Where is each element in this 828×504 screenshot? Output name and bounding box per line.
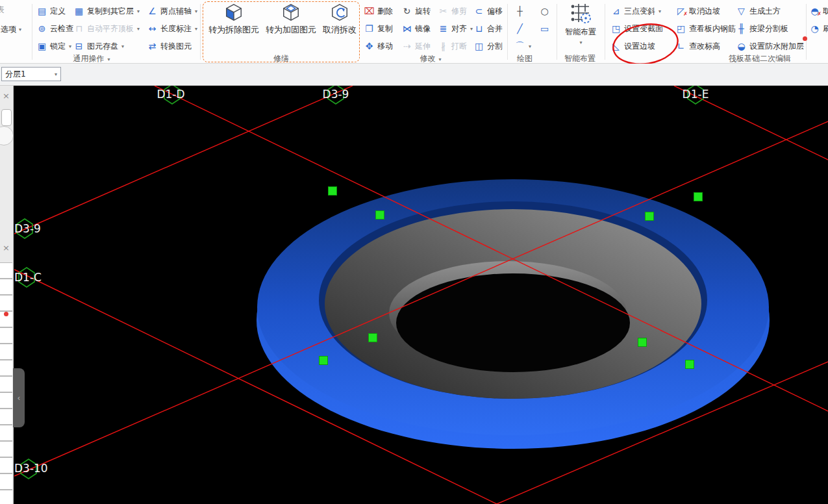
chevron-down-icon: ▾ <box>529 44 531 49</box>
viewport-3d[interactable]: D1-D D3-9 D1-E D3-9 D1-C D3-10 <box>0 86 828 504</box>
chevron-down-icon: ▾ <box>470 26 473 32</box>
offset-button[interactable]: ⊂ 偏移 <box>473 3 503 19</box>
group-label-common[interactable]: 通用操作 ▾ <box>43 53 140 64</box>
mirror-button[interactable]: ⋈ 镜像 <box>401 21 431 36</box>
split-icon: ◫ <box>473 42 484 51</box>
trim-button: ✂ 修剪 <box>438 3 467 19</box>
check-edit-elevation-button[interactable]: ∟ 查改标高 <box>675 38 720 54</box>
set-side-slope-button[interactable]: ◺ 设置边坡 <box>610 38 655 54</box>
clipped-left-label: 表 <box>0 5 5 16</box>
set-waterproof-layer-button[interactable]: ◒ 设置防水附加层 <box>736 38 804 54</box>
rotate-button[interactable]: ↻ 旋转 <box>401 3 431 19</box>
length-dimension-button[interactable]: ↔ 长度标注 ▾ <box>147 21 197 36</box>
three-point-slope-button[interactable]: ⊿ 三点变斜 ▾ <box>610 3 661 19</box>
point-tool-button[interactable]: ┼ <box>514 3 525 19</box>
split-slab-by-beam-button[interactable]: ╫ 按梁分割板 <box>736 21 788 36</box>
copy-to-other-layer-label: 复制到其它层 <box>87 6 134 17</box>
grip-handle[interactable] <box>320 357 328 365</box>
convert-icon: ⇄ <box>147 42 158 51</box>
smart-layout-button[interactable]: 智能布置 ▾ <box>558 3 603 45</box>
align-button[interactable]: ≣ 对齐 ▾ <box>438 21 473 36</box>
line-icon: ╱ <box>514 24 525 33</box>
chevron-down-icon: ▾ <box>137 26 140 32</box>
define-button[interactable]: ▤ 定义 <box>36 3 66 19</box>
offset-label: 偏移 <box>487 6 503 17</box>
scissors-icon: ✂ <box>438 6 449 16</box>
arc-tool-button[interactable]: ⌒ ▾ <box>514 38 531 54</box>
grip-handle[interactable] <box>638 338 647 347</box>
grip-handle[interactable] <box>646 212 654 221</box>
grip-handle[interactable] <box>369 334 377 342</box>
convert-element-button[interactable]: ⇄ 转换图元 <box>147 38 192 54</box>
lock-label: 锁定 <box>50 41 66 52</box>
center-hole[interactable] <box>396 273 630 372</box>
line-tool-button[interactable]: ╱ <box>514 21 525 36</box>
convert-to-demolish-label: 转为拆除图元 <box>208 24 259 36</box>
split-button[interactable]: ◫ 分割 <box>473 38 503 54</box>
align-slab-icon: ⊓ <box>73 24 84 33</box>
element-save-button[interactable]: ⊟ 图元存盘 ▾ <box>73 38 124 54</box>
rect-tool-button[interactable]: ▭ <box>539 21 550 36</box>
copy-to-other-layer-button[interactable]: ▦ 复制到其它层 ▾ <box>73 3 140 19</box>
clipped-panel-button[interactable] <box>1 109 12 126</box>
two-point-aux-axis-button[interactable]: ∠ 两点辅轴 ▾ <box>147 3 197 19</box>
cancel-demolish-modify-button[interactable]: 取消拆改 <box>321 3 358 36</box>
break-label: 打断 <box>451 41 467 52</box>
grip-handle[interactable] <box>329 187 337 195</box>
layer-select[interactable]: 分层1 ▾ <box>1 67 61 81</box>
chevron-down-icon: ▾ <box>659 8 661 14</box>
delete-button[interactable]: ⌧ 删除 <box>364 3 393 19</box>
align-icon: ≣ <box>438 24 449 33</box>
waterproof-refresh-icon: ◔ <box>809 24 820 33</box>
smart-layout-label: 智能布置 <box>565 27 596 38</box>
group-separator <box>32 4 32 60</box>
group-label-modify[interactable]: 修改 ▾ <box>398 53 463 64</box>
earthwork-icon: ▽ <box>736 6 747 16</box>
grip-handle[interactable] <box>694 193 703 201</box>
move-button[interactable]: ✥ 移动 <box>364 38 393 54</box>
generate-earthwork-button[interactable]: ▽ 生成土方 <box>736 3 781 19</box>
circle-tool-button[interactable]: ○ <box>539 3 550 19</box>
set-variable-section-button[interactable]: ◳ 设置变截面 <box>610 21 663 36</box>
copy-label: 复制 <box>377 23 393 34</box>
group-label-renovation[interactable]: 修缮 <box>249 53 314 64</box>
clipped-dial-control[interactable] <box>0 126 14 145</box>
close-icon[interactable]: × <box>3 92 10 100</box>
raft-slab-model[interactable] <box>257 179 770 449</box>
rebar-view-icon: ◰ <box>675 24 686 33</box>
chevron-down-icon: ▾ <box>195 26 197 32</box>
chevron-down-icon: ▾ <box>69 44 71 49</box>
options-button[interactable]: 选项 ▾ <box>1 24 21 35</box>
close-icon[interactable]: × <box>3 244 10 252</box>
lock-button[interactable]: ▣ 锁定 ▾ <box>36 38 71 54</box>
panel-collapse-tab[interactable]: ‹ <box>13 368 25 427</box>
cloud-check-button[interactable]: ⊚ 云检查 <box>36 21 73 36</box>
view-slab-rebar-button[interactable]: ◰ 查看板内钢筋 <box>675 21 736 36</box>
group-separator <box>605 4 605 60</box>
chevron-down-icon: ▾ <box>438 57 441 62</box>
clipped-tool-column[interactable] <box>0 262 12 504</box>
two-point-aux-axis-label: 两点辅轴 <box>160 6 192 17</box>
cancel-side-slope-button[interactable]: ◸ ✗ 取消边坡 <box>675 3 720 19</box>
copy-button[interactable]: ❐ 复制 <box>364 21 393 36</box>
convert-to-demolish-button[interactable]: 转为拆除图元 <box>207 3 261 36</box>
grip-handle[interactable] <box>376 211 384 220</box>
options-label: 选项 <box>1 24 16 35</box>
chevron-down-icon: ▾ <box>55 71 57 77</box>
clipped-refresh-waterproof-button[interactable]: ◔ 刷 <box>809 21 828 36</box>
merge-button[interactable]: ⊔ 合并 <box>473 21 503 36</box>
group-label-raft[interactable]: 筏板基础二次编辑 <box>705 53 815 64</box>
grip-handle[interactable] <box>686 360 694 369</box>
clipped-cancel-waterproof-button[interactable]: ◓ ✗ 取 <box>809 3 828 19</box>
group-label-smart[interactable]: 智能布置 <box>547 53 612 64</box>
cancel-side-slope-label: 取消边坡 <box>689 6 720 17</box>
rotate-label: 旋转 <box>415 6 431 17</box>
record-dot <box>4 312 8 316</box>
clipped-label: 取 <box>823 6 828 17</box>
group-separator <box>507 4 508 60</box>
convert-to-reinforce-button[interactable]: 转为加固图元 <box>264 3 318 36</box>
split-label: 分割 <box>487 41 503 52</box>
generate-earthwork-label: 生成土方 <box>749 6 781 17</box>
chevron-down-icon: ▾ <box>195 8 197 14</box>
chevron-down-icon: ▾ <box>121 44 124 49</box>
